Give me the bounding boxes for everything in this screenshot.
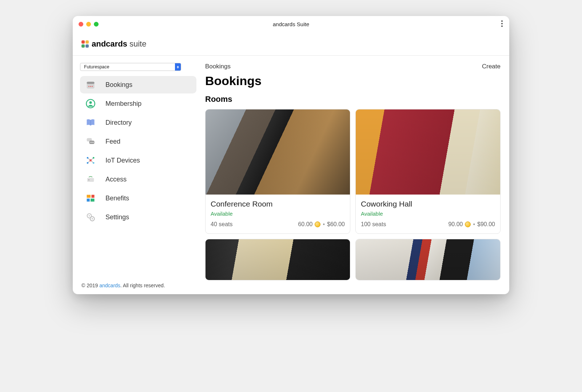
rooms-grid: Conference RoomAvailable40 seats60.00•$6… [205, 109, 501, 280]
space-selector-value: Futurespace [80, 64, 175, 69]
titlebar: andcards Suite [73, 16, 509, 32]
sidebar-item-label: Settings [105, 213, 129, 221]
svg-point-2 [88, 86, 89, 87]
room-credits: 60.00 [298, 221, 312, 228]
room-credits: 90.00 [448, 221, 463, 228]
svg-point-31 [92, 218, 93, 220]
svg-point-18 [87, 157, 89, 159]
svg-point-4 [92, 86, 93, 87]
sidebar-item-directory[interactable]: Directory [80, 114, 196, 131]
sidebar-item-membership[interactable]: Membership [80, 95, 196, 112]
brand-logo-icon [81, 40, 89, 48]
room-photo [356, 109, 500, 195]
nodes-icon [85, 155, 96, 166]
window-title: andcards Suite [73, 21, 509, 27]
page-title: Bookings [205, 74, 501, 88]
room-name: Coworking Hall [361, 200, 495, 208]
sidebar-item-iot-devices[interactable]: IoT Devices [80, 152, 196, 169]
room-card[interactable]: Coworking HallAvailable100 seats90.00•$9… [355, 109, 501, 234]
sidebar-item-benefits[interactable]: Benefits [80, 189, 196, 207]
svg-rect-24 [87, 195, 91, 198]
room-card[interactable]: Conference RoomAvailable40 seats60.00•$6… [205, 109, 350, 234]
svg-point-29 [89, 215, 90, 217]
space-selector[interactable]: Futurespace [80, 63, 181, 71]
room-seats: 40 seats [211, 221, 232, 228]
room-name: Conference Room [211, 200, 345, 208]
room-price: 90.00•$90.00 [448, 221, 495, 228]
app-window: andcards Suite andcards suite Futurespac… [73, 16, 509, 294]
sidebar-item-label: Directory [105, 119, 132, 127]
footer: © 2019 andcards. All rights reserved. [80, 280, 196, 291]
svg-point-12 [93, 142, 93, 143]
svg-rect-25 [91, 195, 94, 198]
svg-rect-27 [91, 199, 95, 201]
person-icon [85, 98, 96, 109]
svg-rect-22 [87, 178, 94, 182]
router-icon [85, 174, 96, 185]
room-card[interactable] [205, 239, 350, 280]
room-cash-price: $90.00 [477, 221, 495, 228]
sidebar-item-label: Bookings [105, 81, 132, 89]
sidebar-item-label: Access [105, 176, 127, 183]
footer-prefix: © 2019 [81, 283, 99, 288]
coin-icon [315, 221, 320, 227]
sidebar-item-feed[interactable]: Feed [80, 133, 196, 150]
svg-point-17 [89, 159, 92, 161]
create-button[interactable]: Create [482, 63, 501, 70]
footer-brand-link[interactable]: andcards [99, 283, 120, 288]
sidebar-item-bookings[interactable]: Bookings [80, 76, 196, 93]
svg-point-3 [90, 86, 91, 87]
svg-point-21 [93, 162, 95, 164]
room-seats: 100 seats [361, 221, 386, 228]
room-price: 60.00•$60.00 [298, 221, 345, 228]
separator: • [473, 221, 475, 228]
sidebar-item-label: IoT Devices [105, 157, 140, 164]
coin-icon [465, 221, 471, 227]
more-menu-button[interactable] [501, 20, 503, 27]
sidebar-item-label: Membership [105, 100, 141, 108]
sidebar-item-label: Benefits [105, 195, 129, 202]
tiles-icon [85, 193, 96, 204]
main-content: Bookings Create Bookings Rooms Conferenc… [200, 56, 509, 294]
svg-rect-26 [87, 199, 90, 201]
room-bottom-row: 100 seats90.00•$90.00 [361, 221, 495, 228]
brand-name: andcards suite [92, 39, 146, 49]
svg-point-10 [90, 142, 91, 143]
separator: • [323, 221, 325, 228]
room-card[interactable] [355, 239, 501, 280]
room-meta: Coworking HallAvailable100 seats90.00•$9… [356, 195, 500, 233]
brand-name-main: andcards [92, 39, 127, 48]
room-photo [356, 239, 500, 280]
sidebar-item-settings[interactable]: Settings [80, 208, 196, 226]
sidebar: Futurespace BookingsMembershipDirectoryF… [73, 56, 200, 294]
brand-bar: andcards suite [73, 32, 509, 56]
room-meta: Conference RoomAvailable40 seats60.00•$6… [206, 195, 350, 233]
room-status: Available [211, 211, 345, 217]
footer-suffix: . All rights reserved. [120, 283, 165, 288]
room-photo [206, 239, 350, 280]
breadcrumb: Bookings [205, 63, 231, 70]
dropdown-arrows-icon [175, 63, 181, 71]
svg-rect-1 [87, 82, 95, 84]
room-bottom-row: 40 seats60.00•$60.00 [211, 221, 345, 228]
brand-name-suffix: suite [127, 39, 147, 48]
room-photo [206, 109, 350, 195]
room-cash-price: $60.00 [327, 221, 345, 228]
svg-point-20 [87, 162, 89, 164]
room-status: Available [361, 211, 495, 217]
gear-icon [85, 212, 96, 223]
sidebar-nav: BookingsMembershipDirectoryFeedIoT Devic… [80, 76, 196, 227]
sidebar-item-access[interactable]: Access [80, 171, 196, 188]
book-icon [85, 117, 96, 128]
calendar-icon [85, 79, 96, 90]
svg-point-19 [93, 157, 95, 159]
section-title: Rooms [205, 95, 501, 104]
svg-point-23 [88, 180, 89, 180]
svg-point-6 [89, 101, 92, 104]
chat-icon [85, 136, 96, 147]
svg-point-11 [92, 142, 92, 143]
sidebar-item-label: Feed [105, 138, 120, 145]
